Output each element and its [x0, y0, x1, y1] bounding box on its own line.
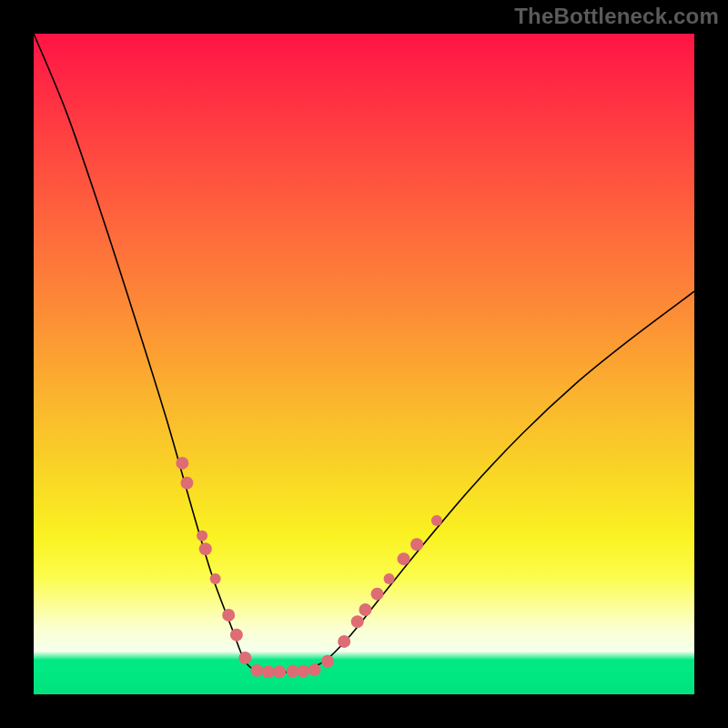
data-marker	[321, 655, 334, 668]
watermark-text: TheBottleneck.com	[514, 4, 719, 29]
data-marker	[297, 665, 309, 678]
plot-area	[34, 34, 694, 694]
data-marker	[359, 603, 371, 616]
data-marker	[262, 665, 275, 678]
data-marker	[222, 609, 235, 622]
data-marker	[410, 538, 423, 551]
data-marker	[230, 629, 243, 642]
marker-group	[176, 457, 442, 678]
data-marker	[176, 457, 188, 470]
data-marker	[384, 573, 395, 584]
data-marker	[197, 531, 207, 541]
data-marker	[398, 552, 410, 565]
curve-path	[34, 34, 694, 672]
chart-frame: TheBottleneck.com	[0, 0, 728, 728]
data-marker	[210, 573, 221, 584]
data-marker	[250, 664, 263, 677]
data-marker	[431, 515, 442, 526]
data-marker	[338, 635, 350, 648]
data-marker	[371, 588, 384, 601]
data-marker	[351, 615, 364, 628]
data-marker	[273, 665, 286, 678]
data-marker	[199, 542, 212, 555]
data-marker	[180, 477, 193, 490]
chart-svg	[34, 34, 694, 694]
data-marker	[238, 652, 251, 664]
data-marker	[308, 663, 321, 676]
